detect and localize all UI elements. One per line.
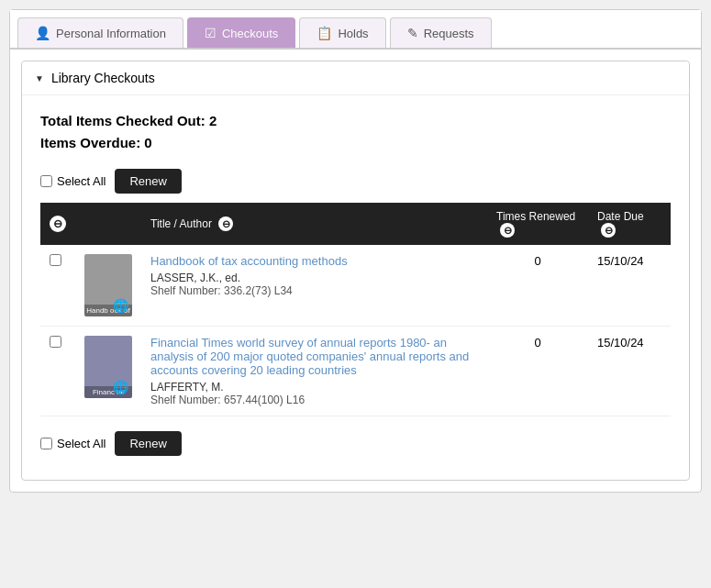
checkout-table: ⊖ Title / Author ⊖ Times Renewed ⊖	[40, 203, 671, 416]
row1-checkbox[interactable]	[50, 254, 61, 266]
select-all-checkbox-top[interactable]	[40, 175, 52, 187]
row1-checkbox-cell	[40, 245, 75, 327]
total-items-label: Total Items Checked Out: 2	[40, 110, 671, 132]
user-icon: 👤	[35, 26, 50, 40]
select-all-checkbox-bottom[interactable]	[40, 438, 52, 449]
row1-times-cell: 0	[487, 245, 588, 327]
row1-author: LASSER, J.K., ed.	[150, 272, 478, 284]
row1-shelf: Shelf Number: 336.2(73) L34	[150, 284, 478, 297]
table-row: Financ ial 🌐 Financial Times world surve…	[40, 327, 671, 416]
row1-title-cell: Handbook of tax accounting methods LASSE…	[141, 245, 487, 327]
col-header-date: Date Due ⊖	[588, 203, 671, 245]
accordion-arrow-icon: ▼	[35, 73, 44, 83]
tab-personal[interactable]: 👤 Personal Information	[17, 17, 183, 48]
accordion: ▼ Library Checkouts Total Items Checked …	[21, 61, 690, 481]
accordion-header[interactable]: ▼ Library Checkouts	[22, 61, 689, 94]
checkmark-icon: ☑	[205, 26, 217, 40]
clipboard-icon: 📋	[317, 26, 332, 40]
row2-checkbox[interactable]	[50, 336, 61, 348]
row2-times-cell: 0	[487, 327, 588, 416]
select-all-label-top[interactable]: Select All	[40, 174, 106, 188]
date-sort-icon[interactable]: ⊖	[601, 223, 616, 238]
items-overdue-label: Items Overdue: 0	[40, 132, 671, 154]
content-area: ▼ Library Checkouts Total Items Checked …	[10, 50, 701, 492]
row2-date-value: 15/10/24	[597, 336, 644, 349]
row1-cover-cell: Handb ook of 🌐	[75, 245, 141, 327]
accordion-body: Total Items Checked Out: 2 Items Overdue…	[22, 94, 689, 480]
row2-title-cell: Financial Times world survey of annual r…	[141, 327, 487, 416]
title-sort-icon[interactable]: ⊖	[218, 216, 233, 231]
tab-holds-label: Holds	[338, 27, 368, 40]
table-row: Handb ook of 🌐 Handbook of tax accountin…	[40, 245, 671, 327]
row1-title-link[interactable]: Handbook of tax accounting methods	[150, 254, 478, 268]
accordion-title: Library Checkouts	[51, 71, 155, 85]
col-header-times: Times Renewed ⊖	[487, 203, 588, 245]
row1-book-cover: Handb ook of 🌐	[84, 254, 132, 316]
bottom-action-bar: Select All Renew	[40, 431, 671, 456]
row2-times-value: 0	[534, 336, 540, 349]
col-header-cover	[75, 203, 141, 245]
row2-book-cover: Financ ial 🌐	[84, 336, 132, 398]
times-sort-icon[interactable]: ⊖	[500, 223, 515, 238]
row1-times-value: 0	[534, 254, 540, 268]
row2-date-cell: 15/10/24	[588, 327, 671, 416]
tab-holds[interactable]: 📋 Holds	[299, 17, 385, 48]
top-action-bar: Select All Renew	[40, 169, 671, 194]
renew-button-top[interactable]: Renew	[115, 169, 181, 194]
row1-date-cell: 15/10/24	[588, 245, 671, 327]
tabs-bar: 👤 Personal Information ☑ Checkouts 📋 Hol…	[10, 10, 701, 50]
row1-date-value: 15/10/24	[597, 254, 644, 268]
row2-shelf: Shelf Number: 657.44(100) L16	[150, 394, 478, 406]
tab-checkouts-label: Checkouts	[222, 27, 278, 40]
col-header-title: Title / Author ⊖	[141, 203, 487, 245]
tab-personal-label: Personal Information	[56, 27, 166, 40]
row2-checkbox-cell	[40, 327, 75, 416]
edit-icon: ✎	[407, 26, 418, 40]
select-all-label-bottom[interactable]: Select All	[40, 437, 106, 450]
row2-title-link[interactable]: Financial Times world survey of annual r…	[150, 336, 478, 377]
tab-requests[interactable]: ✎ Requests	[390, 17, 492, 48]
checkout-summary: Total Items Checked Out: 2 Items Overdue…	[40, 110, 671, 154]
row2-cover-cell: Financ ial 🌐	[75, 327, 141, 416]
globe-icon: 🌐	[113, 380, 128, 394]
page-wrapper: 👤 Personal Information ☑ Checkouts 📋 Hol…	[9, 9, 702, 493]
tab-requests-label: Requests	[424, 27, 474, 40]
globe-icon: 🌐	[113, 298, 128, 313]
renew-button-bottom[interactable]: Renew	[115, 431, 181, 456]
row2-author: LAFFERTY, M.	[150, 381, 478, 394]
col-header-checkbox: ⊖	[40, 203, 75, 245]
tab-checkouts[interactable]: ☑ Checkouts	[187, 17, 295, 48]
